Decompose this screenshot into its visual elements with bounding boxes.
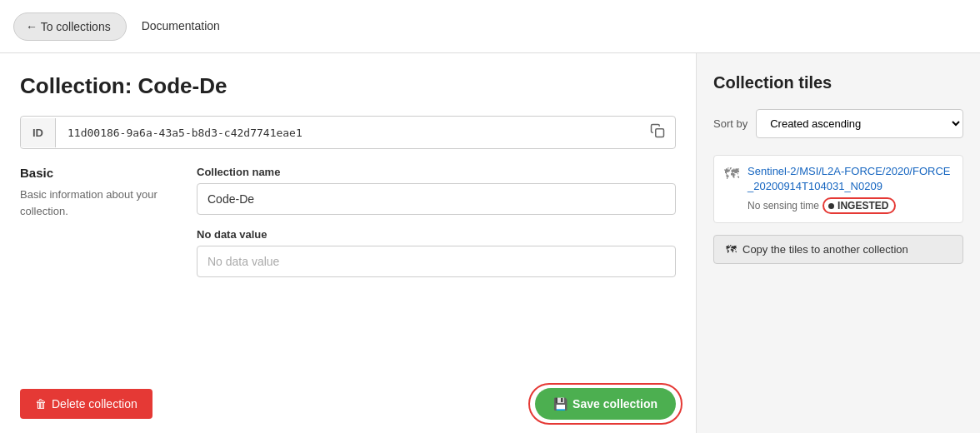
sort-label: Sort by xyxy=(713,117,748,130)
map-icon: 🗺 xyxy=(724,166,739,183)
main-layout: Collection: Code-De ID 11d00186-9a6a-43a… xyxy=(0,53,980,433)
left-panel: Collection: Code-De ID 11d00186-9a6a-43a… xyxy=(0,53,697,433)
sort-select[interactable]: Created ascending Created descending Nam… xyxy=(756,109,963,138)
tile-link[interactable]: Sentinel-2/MSI/L2A-FORCE/2020/FORCE_2020… xyxy=(748,165,950,192)
right-panel: Collection tiles Sort by Created ascendi… xyxy=(697,53,980,433)
svg-rect-0 xyxy=(656,129,664,137)
form-fields: Collection name No data value xyxy=(197,166,676,378)
collection-title: Collection: Code-De xyxy=(20,73,676,99)
tile-info: Sentinel-2/MSI/L2A-FORCE/2020/FORCE_2020… xyxy=(748,164,952,214)
form-description: Basic Basic information about your colle… xyxy=(20,166,170,378)
delete-button[interactable]: 🗑 Delete collection xyxy=(20,389,152,419)
tile-no-sensing: No sensing time xyxy=(748,200,819,212)
collection-name-input[interactable] xyxy=(197,183,676,215)
ingested-dot xyxy=(828,203,834,209)
ingested-badge: INGESTED xyxy=(838,200,888,212)
copy-tiles-icon: 🗺 xyxy=(726,243,737,256)
save-button[interactable]: 💾 Save collection xyxy=(535,388,676,420)
copy-id-button[interactable] xyxy=(640,117,675,148)
footer-buttons: 🗑 Delete collection 💾 Save collection xyxy=(20,378,676,420)
collection-name-label: Collection name xyxy=(197,166,676,178)
id-label: ID xyxy=(21,118,56,147)
copy-tiles-label: Copy the tiles to another collection xyxy=(742,243,908,256)
section-description: Basic information about your collection. xyxy=(20,187,170,219)
trash-icon: 🗑 xyxy=(35,397,47,411)
save-button-label: Save collection xyxy=(572,397,658,411)
tile-item: 🗺 Sentinel-2/MSI/L2A-FORCE/2020/FORCE_20… xyxy=(713,155,963,223)
save-button-wrapper: 💾 Save collection xyxy=(535,388,676,420)
id-value: 11d00186-9a6a-43a5-b8d3-c42d7741eae1 xyxy=(56,118,640,147)
id-row: ID 11d00186-9a6a-43a5-b8d3-c42d7741eae1 xyxy=(20,116,676,149)
no-data-label: No data value xyxy=(197,228,676,241)
copy-tiles-button[interactable]: 🗺 Copy the tiles to another collection xyxy=(713,235,963,264)
form-wrapper: Basic Basic information about your colle… xyxy=(20,166,676,378)
no-data-input[interactable] xyxy=(197,246,676,277)
save-icon: 💾 xyxy=(553,397,568,411)
collection-tiles-title: Collection tiles xyxy=(713,73,963,92)
delete-button-label: Delete collection xyxy=(52,397,138,411)
tab-documentation[interactable]: Documentation xyxy=(127,0,235,53)
tab-bar: ← To collections Documentation xyxy=(0,0,980,53)
ingested-ring: INGESTED xyxy=(822,197,896,214)
back-button[interactable]: ← To collections xyxy=(13,12,127,41)
section-title: Basic xyxy=(20,166,170,180)
sort-row: Sort by Created ascending Created descen… xyxy=(713,109,963,138)
tile-meta: No sensing time INGESTED xyxy=(748,197,952,214)
